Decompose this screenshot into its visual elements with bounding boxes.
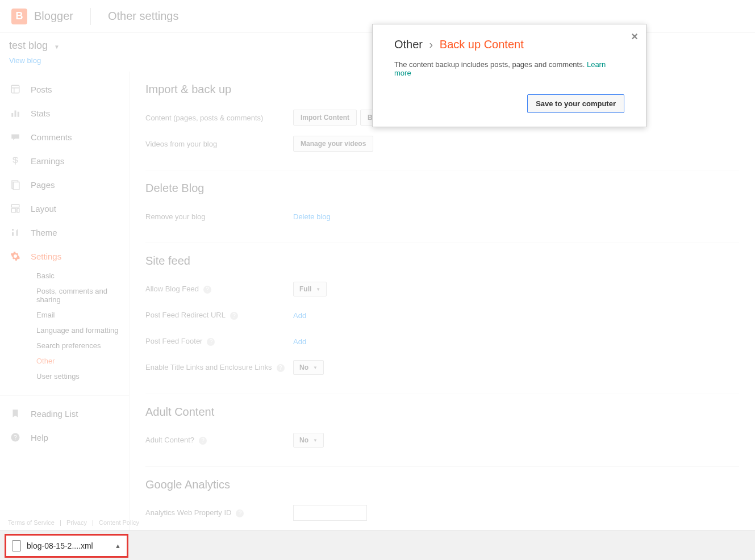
section-title: Google Analytics [145, 478, 739, 491]
footer-links: Terms of Service | Privacy | Content Pol… [5, 519, 143, 526]
sidebar-item-theme[interactable]: Theme [0, 220, 129, 244]
breadcrumb-parent: Other [394, 38, 423, 51]
subnav-email[interactable]: Email [36, 307, 129, 323]
row-label-videos: Videos from your blog [145, 140, 293, 148]
breadcrumb-separator: › [426, 38, 437, 51]
svg-rect-5 [18, 112, 19, 117]
help-icon: ? [9, 431, 22, 444]
adult-content-select[interactable]: No▼ [293, 433, 324, 448]
row-label-feed-footer: Post Feed Footer? [145, 337, 293, 346]
theme-icon [9, 226, 22, 239]
modal-breadcrumb: Other › Back up Content [394, 38, 624, 51]
sidebar-label: Earnings [31, 156, 64, 166]
row-label-analytics-id: Analytics Web Property ID? [145, 508, 293, 517]
gear-icon [9, 250, 22, 262]
help-tooltip-icon[interactable]: ? [207, 338, 215, 346]
svg-rect-0 [11, 85, 19, 93]
svg-text:?: ? [14, 434, 17, 441]
sidebar-item-pages[interactable]: Pages [0, 173, 129, 197]
sidebar-label: Reading List [31, 409, 78, 419]
help-tooltip-icon[interactable]: ? [203, 286, 211, 294]
download-filename: blog-08-15-2....xml [27, 541, 109, 550]
modal-description: The content backup includes posts, pages… [394, 60, 624, 77]
row-label-remove: Remove your blog [145, 212, 293, 221]
subnav-basic[interactable]: Basic [36, 268, 129, 283]
row-label-redirect: Post Feed Redirect URL? [145, 311, 293, 320]
section-title: Site feed [145, 254, 739, 268]
stats-icon [9, 107, 22, 119]
add-redirect-link[interactable]: Add [293, 311, 306, 320]
bookmark-icon [9, 407, 22, 420]
chevron-down-icon: ▼ [316, 287, 320, 292]
blog-selector[interactable]: test blog ▼ [9, 40, 60, 51]
help-tooltip-icon[interactable]: ? [230, 312, 238, 320]
allow-feed-select[interactable]: Full▼ [293, 282, 327, 296]
analytics-id-input[interactable] [293, 505, 367, 521]
help-tooltip-icon[interactable]: ? [277, 364, 285, 372]
section-site-feed: Site feed Allow Blog Feed? Full▼ Post Fe… [145, 254, 739, 394]
chevron-up-icon[interactable]: ▲ [115, 542, 121, 549]
pages-icon [9, 178, 22, 191]
chevron-down-icon: ▼ [54, 44, 60, 50]
help-tooltip-icon[interactable]: ? [199, 437, 207, 445]
add-footer-link[interactable]: Add [293, 337, 306, 346]
row-label-allow-feed: Allow Blog Feed? [145, 285, 293, 294]
import-content-button[interactable]: Import Content [293, 110, 357, 126]
brand-text: Blogger [34, 10, 73, 23]
sidebar: Posts Stats Comments Earnings Pages Layo… [0, 72, 130, 560]
blog-name-text: test blog [9, 40, 48, 51]
sidebar-item-settings[interactable]: Settings [0, 244, 129, 268]
section-title: Delete Blog [145, 182, 739, 195]
close-icon[interactable]: × [631, 30, 638, 43]
sidebar-item-comments[interactable]: Comments [0, 125, 129, 149]
enclosure-select[interactable]: No▼ [293, 360, 324, 375]
row-label-adult: Adult Content?? [145, 436, 293, 445]
subnav-language-formatting[interactable]: Language and formatting [36, 323, 129, 338]
svg-rect-8 [11, 204, 19, 207]
layout-icon [9, 202, 22, 215]
sidebar-label: Stats [31, 108, 50, 118]
section-delete-blog: Delete Blog Remove your blog Delete blog [145, 182, 739, 243]
delete-blog-link[interactable]: Delete blog [293, 212, 331, 221]
chevron-down-icon: ▼ [313, 438, 318, 443]
header-divider [90, 8, 91, 25]
sidebar-item-layout[interactable]: Layout [0, 197, 129, 220]
sidebar-label: Layout [31, 204, 56, 214]
section-adult-content: Adult Content Adult Content?? No▼ [145, 406, 739, 467]
subnav-other[interactable]: Other [36, 353, 129, 369]
breadcrumb-current: Back up Content [440, 38, 524, 51]
download-shelf: blog-08-15-2....xml ▲ [0, 530, 755, 560]
section-title: Adult Content [145, 406, 739, 419]
svg-rect-10 [17, 208, 19, 212]
manage-videos-button[interactable]: Manage your videos [293, 136, 373, 152]
blogger-logo-icon: B [11, 9, 27, 24]
content-policy-link[interactable]: Content Policy [95, 519, 143, 526]
sidebar-label: Settings [31, 252, 61, 261]
save-to-computer-button[interactable]: Save to your computer [527, 94, 624, 113]
help-tooltip-icon[interactable]: ? [236, 509, 244, 517]
svg-rect-4 [15, 111, 16, 117]
settings-subnav: Basic Posts, comments and sharing Email … [0, 268, 129, 384]
download-chip[interactable]: blog-08-15-2....xml ▲ [5, 534, 128, 558]
comments-icon [9, 131, 22, 143]
sidebar-label: Comments [31, 132, 72, 142]
sidebar-item-earnings[interactable]: Earnings [0, 149, 129, 173]
svg-rect-7 [13, 182, 19, 190]
sidebar-item-posts[interactable]: Posts [0, 77, 129, 101]
terms-link[interactable]: Terms of Service [5, 519, 58, 526]
subnav-user-settings[interactable]: User settings [36, 369, 129, 384]
subnav-posts-comments-sharing[interactable]: Posts, comments and sharing [36, 283, 129, 307]
backup-content-modal: × Other › Back up Content The content ba… [372, 24, 646, 127]
sidebar-item-help[interactable]: ? Help [0, 425, 129, 449]
sidebar-item-reading-list[interactable]: Reading List [0, 402, 129, 425]
sidebar-label: Help [31, 433, 48, 442]
privacy-link[interactable]: Privacy [63, 519, 90, 526]
row-label-content: Content (pages, posts & comments) [145, 114, 293, 122]
earnings-icon [9, 154, 22, 167]
subnav-search-preferences[interactable]: Search preferences [36, 338, 129, 353]
sidebar-item-stats[interactable]: Stats [0, 101, 129, 125]
sidebar-label: Pages [31, 180, 55, 190]
sidebar-label: Posts [31, 85, 52, 94]
page-title: Other settings [108, 10, 179, 23]
row-label-enclosure: Enable Title Links and Enclosure Links? [145, 363, 293, 372]
